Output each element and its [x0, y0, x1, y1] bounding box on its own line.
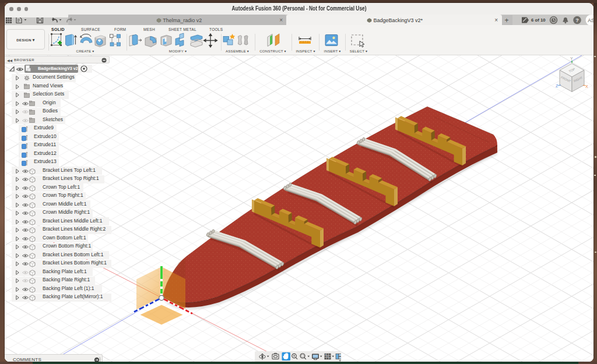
svg-text:X: X — [585, 84, 588, 89]
svg-text:6 of 10: 6 of 10 — [531, 17, 546, 23]
svg-text:AS: AS — [588, 17, 594, 23]
svg-text:Y: Y — [570, 56, 573, 61]
svg-text:?: ? — [575, 17, 579, 23]
svg-text:Z: Z — [556, 84, 559, 88]
